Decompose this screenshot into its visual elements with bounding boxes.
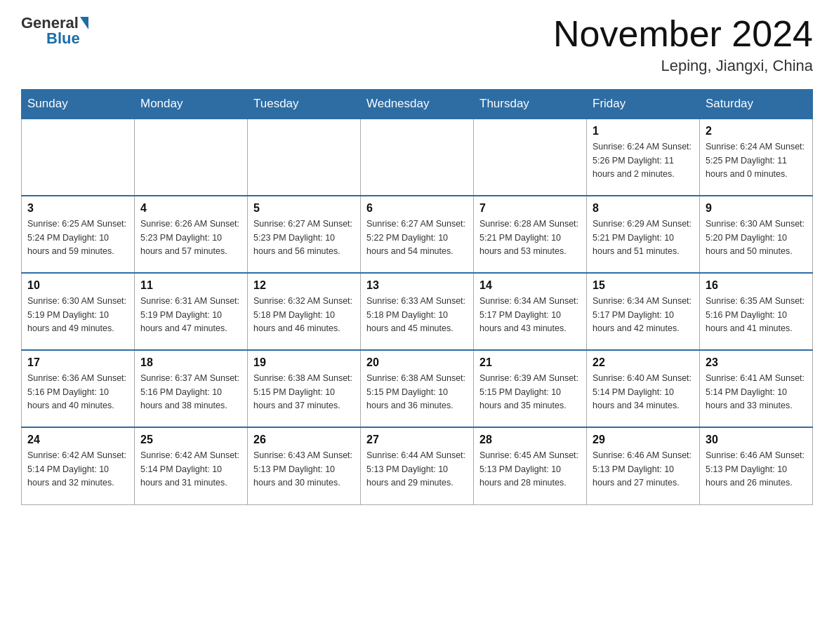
day-number: 11 (140, 279, 241, 292)
calendar-cell: 24Sunrise: 6:42 AM Sunset: 5:14 PM Dayli… (22, 427, 135, 504)
day-number: 28 (479, 434, 581, 446)
day-number: 16 (706, 279, 807, 292)
calendar-cell: 23Sunrise: 6:41 AM Sunset: 5:14 PM Dayli… (700, 350, 813, 427)
week-row-5: 24Sunrise: 6:42 AM Sunset: 5:14 PM Dayli… (22, 427, 813, 504)
calendar-cell (248, 119, 361, 196)
calendar-cell: 20Sunrise: 6:38 AM Sunset: 5:15 PM Dayli… (361, 350, 474, 427)
logo: General Blue (21, 14, 90, 48)
day-info: Sunrise: 6:26 AM Sunset: 5:23 PM Dayligh… (140, 217, 241, 258)
calendar-cell: 11Sunrise: 6:31 AM Sunset: 5:19 PM Dayli… (135, 273, 248, 350)
calendar-cell: 10Sunrise: 6:30 AM Sunset: 5:19 PM Dayli… (22, 273, 135, 350)
day-number: 19 (253, 356, 355, 369)
calendar-cell: 21Sunrise: 6:39 AM Sunset: 5:15 PM Dayli… (474, 350, 587, 427)
logo-blue-text: Blue (46, 29, 80, 48)
day-number: 30 (706, 434, 807, 446)
calendar-cell: 6Sunrise: 6:27 AM Sunset: 5:22 PM Daylig… (361, 196, 474, 273)
day-info: Sunrise: 6:27 AM Sunset: 5:23 PM Dayligh… (253, 217, 355, 258)
header-row: SundayMondayTuesdayWednesdayThursdayFrid… (22, 90, 813, 119)
day-info: Sunrise: 6:42 AM Sunset: 5:14 PM Dayligh… (140, 449, 241, 490)
day-number: 5 (253, 202, 355, 215)
day-info: Sunrise: 6:38 AM Sunset: 5:15 PM Dayligh… (253, 372, 355, 412)
day-info: Sunrise: 6:46 AM Sunset: 5:13 PM Dayligh… (706, 449, 807, 490)
month-title: November 2024 (553, 14, 813, 54)
day-info: Sunrise: 6:30 AM Sunset: 5:20 PM Dayligh… (706, 217, 807, 258)
day-number: 15 (593, 279, 694, 292)
day-number: 10 (27, 279, 128, 292)
day-info: Sunrise: 6:34 AM Sunset: 5:17 PM Dayligh… (593, 295, 694, 335)
page-header: General Blue November 2024 Leping, Jiang… (21, 14, 813, 75)
calendar-cell: 3Sunrise: 6:25 AM Sunset: 5:24 PM Daylig… (22, 196, 135, 273)
header-day-saturday: Saturday (700, 90, 813, 119)
calendar-cell: 30Sunrise: 6:46 AM Sunset: 5:13 PM Dayli… (700, 427, 813, 504)
day-number: 12 (253, 279, 355, 292)
day-number: 6 (366, 202, 468, 215)
calendar-cell: 13Sunrise: 6:33 AM Sunset: 5:18 PM Dayli… (361, 273, 474, 350)
calendar-cell: 2Sunrise: 6:24 AM Sunset: 5:25 PM Daylig… (700, 119, 813, 196)
header-day-sunday: Sunday (22, 90, 135, 119)
week-row-1: 1Sunrise: 6:24 AM Sunset: 5:26 PM Daylig… (22, 119, 813, 196)
calendar-cell: 25Sunrise: 6:42 AM Sunset: 5:14 PM Dayli… (135, 427, 248, 504)
day-info: Sunrise: 6:30 AM Sunset: 5:19 PM Dayligh… (27, 295, 128, 335)
day-number: 27 (366, 434, 468, 446)
calendar-cell: 26Sunrise: 6:43 AM Sunset: 5:13 PM Dayli… (248, 427, 361, 504)
calendar-cell: 15Sunrise: 6:34 AM Sunset: 5:17 PM Dayli… (587, 273, 700, 350)
day-info: Sunrise: 6:33 AM Sunset: 5:18 PM Dayligh… (366, 295, 468, 335)
day-info: Sunrise: 6:42 AM Sunset: 5:14 PM Dayligh… (27, 449, 128, 490)
day-info: Sunrise: 6:38 AM Sunset: 5:15 PM Dayligh… (366, 372, 468, 412)
calendar-cell: 5Sunrise: 6:27 AM Sunset: 5:23 PM Daylig… (248, 196, 361, 273)
day-info: Sunrise: 6:25 AM Sunset: 5:24 PM Dayligh… (27, 217, 128, 258)
calendar-cell (361, 119, 474, 196)
calendar-cell: 17Sunrise: 6:36 AM Sunset: 5:16 PM Dayli… (22, 350, 135, 427)
day-info: Sunrise: 6:29 AM Sunset: 5:21 PM Dayligh… (593, 217, 694, 258)
calendar-cell: 16Sunrise: 6:35 AM Sunset: 5:16 PM Dayli… (700, 273, 813, 350)
calendar-cell: 8Sunrise: 6:29 AM Sunset: 5:21 PM Daylig… (587, 196, 700, 273)
calendar-cell: 14Sunrise: 6:34 AM Sunset: 5:17 PM Dayli… (474, 273, 587, 350)
title-section: November 2024 Leping, Jiangxi, China (553, 14, 813, 75)
day-number: 17 (27, 356, 128, 369)
header-day-friday: Friday (587, 90, 700, 119)
calendar-cell: 27Sunrise: 6:44 AM Sunset: 5:13 PM Dayli… (361, 427, 474, 504)
calendar-cell: 22Sunrise: 6:40 AM Sunset: 5:14 PM Dayli… (587, 350, 700, 427)
calendar-cell (474, 119, 587, 196)
day-number: 13 (366, 279, 468, 292)
logo-triangle-icon (80, 17, 88, 29)
day-info: Sunrise: 6:31 AM Sunset: 5:19 PM Dayligh… (140, 295, 241, 335)
day-number: 20 (366, 356, 468, 369)
calendar-cell: 29Sunrise: 6:46 AM Sunset: 5:13 PM Dayli… (587, 427, 700, 504)
day-number: 4 (140, 202, 241, 215)
calendar-body: 1Sunrise: 6:24 AM Sunset: 5:26 PM Daylig… (22, 119, 813, 504)
day-number: 8 (593, 202, 694, 215)
calendar-cell: 28Sunrise: 6:45 AM Sunset: 5:13 PM Dayli… (474, 427, 587, 504)
day-info: Sunrise: 6:46 AM Sunset: 5:13 PM Dayligh… (593, 449, 694, 490)
week-row-2: 3Sunrise: 6:25 AM Sunset: 5:24 PM Daylig… (22, 196, 813, 273)
day-number: 24 (27, 434, 128, 446)
day-number: 14 (479, 279, 581, 292)
calendar-cell (22, 119, 135, 196)
header-day-tuesday: Tuesday (248, 90, 361, 119)
day-info: Sunrise: 6:32 AM Sunset: 5:18 PM Dayligh… (253, 295, 355, 335)
day-info: Sunrise: 6:39 AM Sunset: 5:15 PM Dayligh… (479, 372, 581, 412)
day-info: Sunrise: 6:28 AM Sunset: 5:21 PM Dayligh… (479, 217, 581, 258)
calendar-cell: 4Sunrise: 6:26 AM Sunset: 5:23 PM Daylig… (135, 196, 248, 273)
day-number: 22 (593, 356, 694, 369)
day-info: Sunrise: 6:35 AM Sunset: 5:16 PM Dayligh… (706, 295, 807, 335)
calendar-table: SundayMondayTuesdayWednesdayThursdayFrid… (21, 89, 813, 505)
day-info: Sunrise: 6:43 AM Sunset: 5:13 PM Dayligh… (253, 449, 355, 490)
day-number: 3 (27, 202, 128, 215)
header-day-monday: Monday (135, 90, 248, 119)
day-info: Sunrise: 6:45 AM Sunset: 5:13 PM Dayligh… (479, 449, 581, 490)
calendar-cell: 12Sunrise: 6:32 AM Sunset: 5:18 PM Dayli… (248, 273, 361, 350)
calendar-cell: 9Sunrise: 6:30 AM Sunset: 5:20 PM Daylig… (700, 196, 813, 273)
day-number: 1 (593, 125, 694, 137)
day-number: 7 (479, 202, 581, 215)
header-day-thursday: Thursday (474, 90, 587, 119)
calendar-cell: 7Sunrise: 6:28 AM Sunset: 5:21 PM Daylig… (474, 196, 587, 273)
day-number: 2 (706, 125, 807, 137)
day-number: 18 (140, 356, 241, 369)
calendar-cell: 1Sunrise: 6:24 AM Sunset: 5:26 PM Daylig… (587, 119, 700, 196)
day-number: 29 (593, 434, 694, 446)
day-info: Sunrise: 6:40 AM Sunset: 5:14 PM Dayligh… (593, 372, 694, 412)
day-number: 21 (479, 356, 581, 369)
day-info: Sunrise: 6:36 AM Sunset: 5:16 PM Dayligh… (27, 372, 128, 412)
day-info: Sunrise: 6:37 AM Sunset: 5:16 PM Dayligh… (140, 372, 241, 412)
